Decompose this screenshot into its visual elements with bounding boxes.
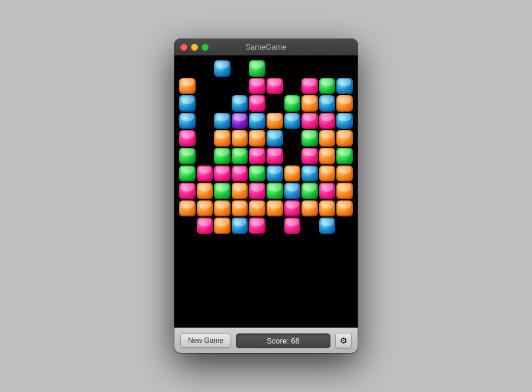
grid-cell-5-5[interactable]: [267, 148, 283, 164]
grid-cell-0-2[interactable]: [214, 60, 231, 77]
grid-cell-6-6[interactable]: [284, 166, 301, 182]
grid-cell-2-8[interactable]: [319, 95, 336, 112]
grid-cell-5-8[interactable]: [319, 148, 336, 164]
grid-cell-7-7[interactable]: [301, 183, 318, 199]
grid-cell-8-2[interactable]: [214, 200, 231, 217]
grid-cell-4-5[interactable]: [267, 130, 283, 147]
grid-cell-3-6[interactable]: [284, 113, 301, 129]
grid-cell-8-4[interactable]: [249, 200, 265, 217]
grid-cell-6-7[interactable]: [301, 166, 318, 182]
grid-cell-0-8: [319, 60, 336, 77]
grid-cell-5-4[interactable]: [249, 148, 265, 164]
grid-cell-5-1: [197, 148, 213, 164]
close-button[interactable]: [180, 44, 187, 51]
grid-cell-7-1[interactable]: [197, 183, 213, 199]
grid-cell-0-0: [179, 60, 196, 77]
grid-cell-7-2[interactable]: [214, 183, 231, 199]
grid-cell-9-3[interactable]: [232, 218, 248, 234]
grid-cell-1-4[interactable]: [249, 78, 265, 95]
grid-cell-6-9[interactable]: [336, 166, 353, 182]
grid-cell-9-6[interactable]: [284, 218, 301, 234]
grid-cell-0-3: [232, 60, 248, 77]
grid-cell-4-8[interactable]: [319, 130, 336, 147]
grid-cell-8-9[interactable]: [336, 200, 353, 217]
grid-cell-6-4[interactable]: [249, 166, 265, 182]
grid-cell-8-5[interactable]: [267, 200, 283, 217]
grid-cell-2-0[interactable]: [179, 95, 196, 112]
grid-cell-4-9[interactable]: [336, 130, 353, 147]
grid-cell-3-7[interactable]: [301, 113, 318, 129]
grid-cell-3-9[interactable]: [336, 113, 353, 129]
grid-cell-2-6[interactable]: [284, 95, 301, 112]
grid-cell-0-9: [336, 60, 353, 77]
game-grid[interactable]: [179, 60, 353, 234]
traffic-lights: [180, 44, 209, 51]
app-window: SameGame New Game Score: 68 ⚙: [174, 39, 358, 353]
grid-cell-6-5[interactable]: [267, 166, 283, 182]
grid-cell-6-2[interactable]: [214, 166, 231, 182]
grid-cell-7-8[interactable]: [319, 183, 336, 199]
titlebar: SameGame: [174, 39, 358, 56]
grid-cell-2-7[interactable]: [301, 95, 318, 112]
grid-cell-8-0[interactable]: [179, 200, 196, 217]
grid-cell-1-5[interactable]: [267, 78, 283, 95]
grid-cell-3-5[interactable]: [267, 113, 283, 129]
grid-cell-4-6: [284, 130, 301, 147]
grid-cell-3-0[interactable]: [179, 113, 196, 129]
grid-cell-3-3[interactable]: [232, 113, 248, 129]
grid-cell-4-7[interactable]: [301, 130, 318, 147]
grid-cell-5-9[interactable]: [336, 148, 353, 164]
gear-icon: ⚙: [340, 336, 348, 345]
grid-cell-0-7: [301, 60, 318, 77]
grid-cell-1-0[interactable]: [179, 78, 196, 95]
grid-cell-9-4[interactable]: [249, 218, 265, 234]
grid-cell-6-0[interactable]: [179, 166, 196, 182]
minimize-button[interactable]: [191, 44, 198, 51]
grid-cell-7-3[interactable]: [232, 183, 248, 199]
grid-cell-4-3[interactable]: [232, 130, 248, 147]
grid-cell-2-3[interactable]: [232, 95, 248, 112]
grid-cell-2-4[interactable]: [249, 95, 265, 112]
grid-cell-2-1: [197, 95, 213, 112]
grid-cell-8-3[interactable]: [232, 200, 248, 217]
grid-cell-6-8[interactable]: [319, 166, 336, 182]
grid-cell-7-6[interactable]: [284, 183, 301, 199]
grid-cell-3-4[interactable]: [249, 113, 265, 129]
grid-cell-5-0[interactable]: [179, 148, 196, 164]
grid-cell-3-1: [197, 113, 213, 129]
grid-cell-3-8[interactable]: [319, 113, 336, 129]
grid-cell-9-9: [336, 218, 353, 234]
grid-cell-9-8[interactable]: [319, 218, 336, 234]
grid-cell-9-2[interactable]: [214, 218, 231, 234]
grid-cell-9-0: [179, 218, 196, 234]
grid-cell-8-1[interactable]: [197, 200, 213, 217]
grid-cell-7-4[interactable]: [249, 183, 265, 199]
grid-cell-0-4[interactable]: [249, 60, 265, 77]
grid-cell-1-3: [232, 78, 248, 95]
settings-button[interactable]: ⚙: [335, 333, 352, 348]
grid-cell-6-1[interactable]: [197, 166, 213, 182]
grid-cell-5-2[interactable]: [214, 148, 231, 164]
new-game-button[interactable]: New Game: [180, 333, 231, 348]
grid-cell-8-6[interactable]: [284, 200, 301, 217]
grid-cell-7-0[interactable]: [179, 183, 196, 199]
grid-cell-4-2[interactable]: [214, 130, 231, 147]
grid-cell-0-6: [284, 60, 301, 77]
grid-cell-4-4[interactable]: [249, 130, 265, 147]
grid-cell-3-2[interactable]: [214, 113, 231, 129]
grid-cell-2-9[interactable]: [336, 95, 353, 112]
grid-cell-1-7[interactable]: [301, 78, 318, 95]
grid-cell-4-0[interactable]: [179, 130, 196, 147]
maximize-button[interactable]: [202, 44, 209, 51]
grid-cell-1-8[interactable]: [319, 78, 336, 95]
grid-cell-5-3[interactable]: [232, 148, 248, 164]
grid-cell-5-7[interactable]: [301, 148, 318, 164]
grid-cell-7-9[interactable]: [336, 183, 353, 199]
grid-cell-8-8[interactable]: [319, 200, 336, 217]
grid-cell-6-3[interactable]: [232, 166, 248, 182]
grid-cell-0-1: [197, 60, 213, 77]
grid-cell-7-5[interactable]: [267, 183, 283, 199]
grid-cell-8-7[interactable]: [301, 200, 318, 217]
grid-cell-1-9[interactable]: [336, 78, 353, 95]
grid-cell-9-1[interactable]: [197, 218, 213, 234]
